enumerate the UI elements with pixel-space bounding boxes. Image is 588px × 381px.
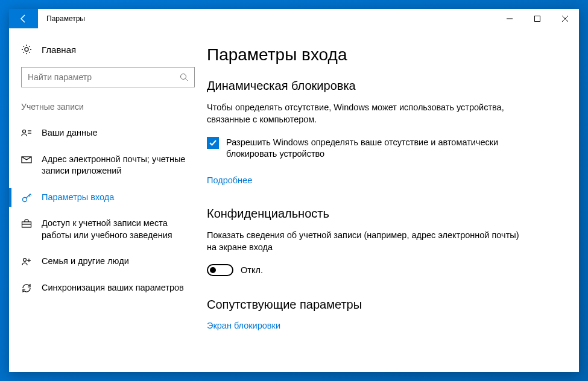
search-box[interactable]	[21, 67, 195, 87]
related-heading: Сопутствующие параметры	[207, 298, 555, 312]
window-controls	[496, 9, 579, 28]
sidebar-item-label: Ваши данные	[42, 127, 98, 139]
settings-window: Параметры Главная	[9, 9, 579, 372]
dynamic-lock-heading: Динамическая блокировка	[207, 79, 555, 93]
sidebar-item-family[interactable]: Семья и другие люди	[9, 248, 207, 275]
sidebar-item-label: Параметры входа	[42, 192, 114, 204]
lock-screen-link[interactable]: Экран блокировки	[207, 321, 280, 330]
sidebar-item-label: Адрес электронной почты; учетные записи …	[42, 154, 195, 177]
sidebar-item-label: Семья и другие люди	[42, 256, 129, 268]
svg-line-6	[186, 79, 188, 81]
person-card-icon	[21, 128, 32, 139]
svg-point-11	[23, 197, 27, 201]
sidebar-item-label: Доступ к учетной записи места работы или…	[42, 218, 195, 241]
sidebar-item-email-accounts[interactable]: Адрес электронной почты; учетные записи …	[9, 146, 207, 184]
learn-more-link[interactable]: Подробнее	[207, 175, 252, 185]
key-icon	[21, 192, 32, 203]
search-input[interactable]	[28, 72, 180, 82]
privacy-heading: Конфиденциальность	[207, 207, 555, 221]
main-panel: Параметры входа Динамическая блокировка …	[207, 28, 579, 372]
titlebar: Параметры	[9, 9, 579, 28]
privacy-toggle[interactable]	[207, 264, 233, 276]
svg-point-7	[23, 130, 26, 133]
privacy-toggle-row: Откл.	[207, 264, 555, 276]
dynamic-lock-checkbox[interactable]	[207, 137, 219, 149]
search-icon	[180, 73, 188, 81]
dynamic-lock-description: Чтобы определять отсутствие, Windows мож…	[207, 101, 520, 126]
minimize-icon	[507, 16, 513, 22]
arrow-left-icon	[19, 14, 28, 24]
back-button[interactable]	[9, 9, 38, 28]
dynamic-lock-checkbox-label: Разрешить Windows определять ваше отсутс…	[226, 137, 520, 160]
window-title: Параметры	[38, 9, 496, 28]
home-label: Главная	[42, 45, 76, 55]
privacy-description: Показать сведения об учетной записи (нап…	[207, 229, 520, 254]
sidebar-section-label: Учетные записи	[9, 102, 207, 120]
mail-icon	[21, 154, 32, 165]
svg-point-5	[181, 74, 186, 80]
sidebar-item-your-info[interactable]: Ваши данные	[9, 120, 207, 146]
sync-icon	[21, 283, 32, 294]
home-button[interactable]: Главная	[9, 39, 207, 65]
page-title: Параметры входа	[207, 45, 555, 65]
content: Главная Учетные записи Ваши данные А	[9, 28, 579, 372]
privacy-toggle-label: Откл.	[241, 265, 263, 275]
briefcase-icon	[21, 218, 32, 229]
people-icon	[21, 256, 32, 267]
close-button[interactable]	[551, 9, 579, 28]
sidebar-item-label: Синхронизация ваших параметров	[42, 282, 184, 294]
sidebar-item-sync[interactable]: Синхронизация ваших параметров	[9, 275, 207, 301]
close-icon	[562, 16, 568, 22]
gear-icon	[21, 44, 32, 55]
sidebar-item-work-access[interactable]: Доступ к учетной записи места работы или…	[9, 210, 207, 248]
toggle-knob	[210, 267, 216, 273]
maximize-button[interactable]	[523, 9, 551, 28]
sidebar: Главная Учетные записи Ваши данные А	[9, 28, 207, 372]
svg-point-14	[24, 259, 27, 262]
checkmark-icon	[209, 139, 217, 147]
sidebar-item-signin-options[interactable]: Параметры входа	[9, 184, 207, 211]
maximize-icon	[534, 16, 540, 22]
dynamic-lock-checkbox-row[interactable]: Разрешить Windows определять ваше отсутс…	[207, 137, 520, 160]
svg-rect-1	[535, 16, 540, 22]
minimize-button[interactable]	[496, 9, 523, 28]
svg-point-4	[25, 48, 28, 51]
